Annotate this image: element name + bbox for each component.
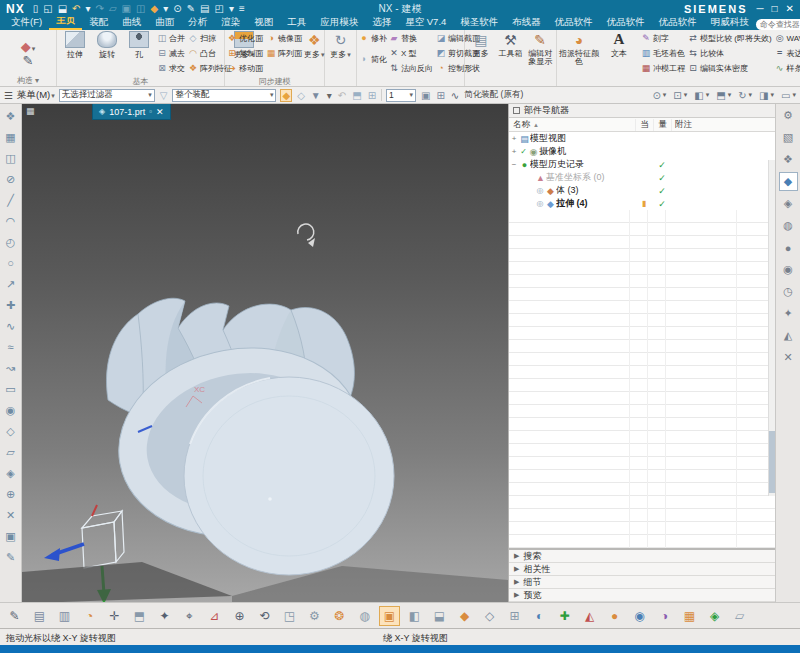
constraint-navigator-icon[interactable]: ❖	[779, 150, 798, 169]
collapsible-section[interactable]: ▶ 相关性	[509, 563, 775, 576]
ribbon-tab[interactable]: 工具	[280, 16, 313, 30]
redo-icon[interactable]: ↷	[96, 4, 104, 14]
window-icon[interactable]: ◰	[214, 4, 223, 14]
active-mode-icon[interactable]: ▣	[379, 606, 400, 626]
tree-row[interactable]: ◎ ◆ 拉伸 (4) ▮ ✓	[509, 197, 775, 210]
ribbon-button[interactable]: ❖ 优化面	[227, 31, 263, 46]
add-green-icon[interactable]: ✚	[554, 606, 575, 626]
paste-icon[interactable]: ◫	[136, 4, 145, 14]
circle-dial-icon[interactable]: ◴	[6, 232, 16, 252]
fit-view-icon[interactable]: ⊡▾	[673, 90, 687, 101]
ribbon-tab[interactable]: 优品软件	[600, 16, 652, 30]
expander-icon[interactable]: −	[509, 160, 519, 169]
ribbon-button[interactable]: ▥ 毛坯着色	[641, 46, 685, 61]
maximize-button[interactable]: □	[772, 3, 778, 14]
bridge-curve-icon[interactable]: ↝	[6, 358, 15, 378]
ribbon-button[interactable]: ⊞ 复制面	[227, 46, 263, 61]
sketch-view-icon[interactable]: ▥	[54, 606, 75, 626]
sketch-curve-menu-icon[interactable]: ◆▾	[21, 40, 36, 53]
visibility-icon[interactable]: ◎	[535, 186, 545, 195]
copy-stack-icon[interactable]: ▣	[420, 90, 431, 101]
sketch-icon[interactable]: ✎	[23, 54, 34, 67]
sheet-tool-icon[interactable]: ▱	[729, 606, 750, 626]
new-window-icon[interactable]: ▭▾	[781, 90, 796, 101]
collapsible-section[interactable]: ▶ 搜索	[509, 550, 775, 563]
ribbon-tab[interactable]: 文件(F)	[4, 16, 49, 30]
ribbon-button[interactable]: ▦ 冲模工程	[641, 61, 685, 76]
open-icon[interactable]: ◱	[43, 4, 52, 14]
sort-icon[interactable]: ▲	[533, 122, 539, 128]
selection-filter-icon[interactable]: ▼	[310, 90, 322, 101]
menu-icon[interactable]: ☰	[4, 90, 13, 101]
roles-icon[interactable]: ●	[779, 238, 798, 257]
ribbon-tab[interactable]: 优品软件	[548, 16, 600, 30]
hollow-diamond-icon[interactable]: ◇	[479, 606, 500, 626]
ribbon-tab[interactable]: 应用模块	[313, 16, 365, 30]
interpart-link-icon[interactable]: ◇	[296, 90, 306, 101]
datum-icon[interactable]: ▦	[5, 127, 15, 147]
ribbon-big-button[interactable]: ▤ 更多	[467, 31, 495, 58]
ribbon-button[interactable]: ◑ 镜像面	[266, 31, 302, 46]
facet-body-icon[interactable]: ◍	[354, 606, 375, 626]
ribbon-big-button[interactable]: 旋转	[91, 31, 123, 59]
tree-row[interactable]: + ✓ ◉ 摄像机	[509, 145, 775, 158]
sketch-icon[interactable]: ✎	[4, 606, 25, 626]
arc-icon[interactable]: ◠	[6, 211, 16, 231]
model-canvas[interactable]: XC	[22, 104, 508, 602]
ribbon-big-button[interactable]: ⚒ 工具箱	[497, 31, 525, 58]
cut-icon[interactable]: ▱	[109, 4, 117, 14]
tree-row[interactable]: − ● 模型历史记录 ✓	[509, 158, 775, 171]
ribbon-tab[interactable]: 曲线	[115, 16, 148, 30]
undo-dropdown-icon[interactable]: ▾	[85, 4, 90, 14]
scrollbar-thumb[interactable]	[769, 431, 775, 493]
tree-row[interactable]: ▲ 基准坐标系 (0) ✓	[509, 171, 775, 184]
ribbon-button[interactable]: ● 修补	[359, 31, 387, 46]
ribbon-button[interactable]: ▰ 替换	[389, 31, 433, 46]
ribbon-button[interactable]: ⊠ 求交	[157, 61, 185, 76]
block-icon[interactable]: ⬒	[129, 606, 150, 626]
gem-icon[interactable]: ◈	[704, 606, 725, 626]
target-icon[interactable]: ⌖	[179, 606, 200, 626]
rectangle-icon[interactable]: ▭	[5, 379, 15, 399]
customize-icon[interactable]: ≡	[239, 4, 245, 14]
command-finder-icon[interactable]: ◆	[151, 4, 159, 14]
ribbon-big-button[interactable]: ◕ 指派特征颜色	[559, 31, 599, 66]
ellipse-icon[interactable]: ◉	[6, 400, 16, 420]
ring-icon[interactable]: ◉	[629, 606, 650, 626]
zoom-view-icon[interactable]: ⊙▾	[652, 90, 666, 101]
ribbon-button[interactable]: ◫ 合并	[157, 31, 185, 46]
plus-icon[interactable]: ✚	[6, 295, 15, 315]
save-icon[interactable]: ⬓	[58, 4, 67, 14]
point-line-icon[interactable]: ↗	[6, 274, 15, 294]
ribbon-tab[interactable]: 明威科技	[704, 16, 756, 30]
voice-command-icon[interactable]: ⊙	[173, 4, 181, 14]
sheet-icon[interactable]: ▱	[6, 442, 14, 462]
part-navigator-icon[interactable]: ◆	[779, 172, 798, 191]
point-icon[interactable]: ✛	[104, 606, 125, 626]
ribbon-tab[interactable]: 视图	[247, 16, 280, 30]
ribbon-big-button[interactable]: ✎ 编辑对象显示	[526, 31, 554, 66]
assembly-navigator-icon[interactable]: ▧	[779, 128, 798, 147]
sketch-in-task-icon[interactable]: ▤	[29, 606, 50, 626]
snapshot-icon[interactable]: ◨▾	[759, 90, 774, 101]
ribbon-tab[interactable]: 曲面	[148, 16, 181, 30]
rotate-part-icon[interactable]: ⟲	[254, 606, 275, 626]
touch-mode-icon[interactable]: ✎	[187, 4, 195, 14]
mesh-icon[interactable]: ▦	[679, 606, 700, 626]
ribbon-button[interactable]: ⇅ 法向反向	[389, 61, 433, 76]
visibility-icon[interactable]: ◎	[535, 199, 545, 208]
contrast-icon[interactable]: ◑	[654, 606, 675, 626]
selection-scope-combo[interactable]: 整个装配▾	[172, 89, 276, 102]
feature-tree[interactable]: + ▤ 模型视图 + ✓ ◉ 摄像机	[509, 132, 775, 548]
minimize-button[interactable]: ─	[756, 3, 763, 14]
ribbon-button[interactable]: = 表达式	[775, 46, 800, 61]
collapsible-section[interactable]: ▶ 预览	[509, 589, 775, 602]
highlight-icon[interactable]: ◆	[280, 89, 292, 102]
ribbon-tab[interactable]: 优品软件	[652, 16, 704, 30]
ribbon-button[interactable]: ⇄ 模型比较 (即将失效)	[688, 31, 772, 46]
close-button[interactable]: ✕	[786, 3, 794, 14]
cone-icon[interactable]: ◭	[579, 606, 600, 626]
curve-simplify-icon[interactable]: ∿	[450, 90, 460, 101]
bounded-plane-icon[interactable]: ▣	[5, 526, 15, 546]
solid-diamond-icon[interactable]: ◆	[454, 606, 475, 626]
